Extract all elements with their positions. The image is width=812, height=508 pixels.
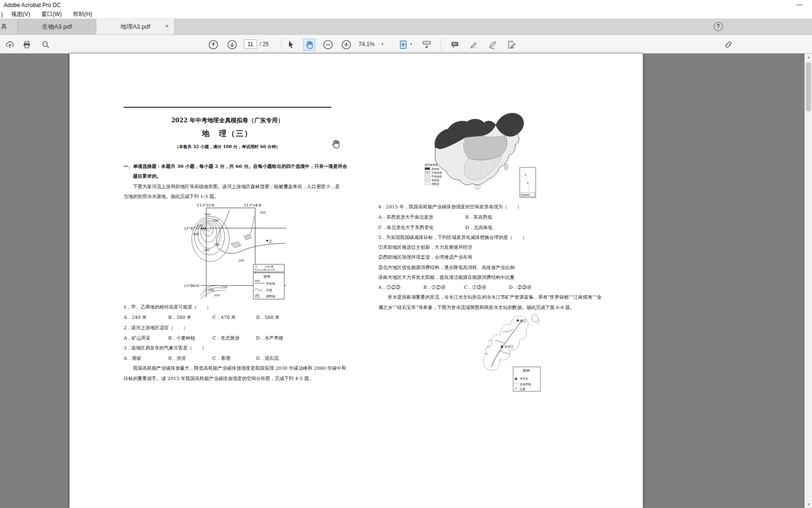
question-5: 5．为实现我国碳减排目标，下列区域差异化减排措施合理的是（ ）	[378, 234, 527, 241]
cloud-upload-icon	[5, 40, 15, 49]
q1-option-b: B．380 米	[168, 314, 192, 321]
comment-bubble-icon	[450, 40, 460, 49]
edit-pdf-button[interactable]	[505, 39, 517, 51]
zoom-level-value[interactable]: 74.1%	[359, 41, 375, 48]
china-legend-title: 碳排放强度	[424, 163, 438, 167]
station-taojiang-label: 桃江	[520, 319, 527, 323]
highlighter-icon	[469, 40, 478, 49]
select-tool-button[interactable]	[285, 39, 297, 51]
hide-toolbar-button[interactable]	[421, 39, 433, 51]
q4-option-d: D．北高南低	[465, 224, 492, 231]
inset-label: 南海诸岛	[522, 194, 530, 196]
legend-contour-label: 等高线	[266, 282, 275, 286]
fill-sign-button[interactable]	[486, 39, 499, 51]
link-icon	[724, 40, 733, 49]
contour-label: 350	[214, 294, 219, 297]
china-legend-item: 低强度	[431, 179, 439, 182]
exam-title: 2022 年中考地理全真模拟卷（广东专用）	[124, 117, 331, 125]
zishui-map-figure: 桃江 冷水江 图例 水文站 流域界线 山脉	[473, 311, 542, 396]
china-legend-item: 高强度	[431, 167, 439, 171]
tab-label: 地理A3.pdf	[120, 23, 150, 31]
zoom-in-button[interactable]	[340, 39, 352, 51]
section-heading-line1: 一、单项选择题：本题共 30 小题，每小题 2 分，共 60 分。在每小题给出的…	[124, 163, 347, 170]
contour-label: 550	[204, 213, 210, 216]
menu-view[interactable]: 视图(V)	[6, 10, 36, 18]
scroll-down-icon[interactable]: ▼	[805, 502, 812, 507]
lat-bottom-label: 23°46'N	[184, 284, 200, 288]
collapse-toolbar-icon	[422, 40, 432, 50]
legend-contour-value: 400	[255, 279, 260, 282]
sign-pen-icon	[488, 40, 497, 49]
question-2: 2．该河上游地区适宜（ ）	[124, 325, 187, 331]
edit-document-icon	[507, 40, 516, 49]
point-jia-label: 甲	[203, 227, 207, 231]
q2-option-c: C．生态旅游	[212, 335, 240, 341]
close-icon[interactable]: ×	[165, 23, 169, 30]
next-page-button[interactable]	[226, 39, 238, 51]
menu-help[interactable]: 帮助(H)	[67, 10, 98, 18]
toolbar-divider	[441, 38, 441, 50]
contour-map-figure: 113°53'E 113°54'E 23°47'N 23°46'N 550 50…	[184, 202, 286, 302]
document-viewport[interactable]: 2022 年中考地理全真模拟卷（广东专用） 地 理（三） （本卷共 32 小题，…	[0, 54, 812, 508]
tab-geography-pdf[interactable]: 地理A3.pdf ×	[96, 19, 175, 34]
window-title: Adobe Acrobat Pro DC	[4, 2, 61, 8]
toolbar-divider	[281, 38, 281, 50]
scroll-up-icon[interactable]: ▲	[805, 55, 812, 59]
menu-bar: ) 视图(V) 窗口(W) 帮助(H)	[0, 10, 812, 19]
vertical-scrollbar[interactable]: ▲ ▼	[804, 54, 812, 508]
hand-tool-icon	[304, 40, 314, 49]
fit-dropdown-caret[interactable]: ▾	[410, 42, 412, 46]
contour-label: 200	[260, 211, 265, 214]
q5-option-b: B．①②④	[423, 284, 445, 291]
print-button[interactable]	[21, 39, 33, 51]
q1-option-d: D．560 米	[256, 314, 280, 321]
help-icon[interactable]: ?	[714, 22, 723, 31]
zishui-legend-mountain: 山脉	[520, 387, 525, 391]
passage-line2: 目标的重要抓手。读 2015 年我国高耗能产业碳排放强度的空间分布图，完成下列 …	[124, 375, 313, 382]
zoom-dropdown-caret[interactable]: ▾	[382, 42, 383, 46]
page-number-input[interactable]	[244, 40, 257, 49]
contour-label: 300	[203, 248, 209, 252]
zishui-legend-boundary: 流域界线	[520, 382, 531, 386]
search-button[interactable]	[39, 39, 52, 51]
q3-option-b: B．洪涝	[168, 355, 186, 362]
tab-label: 生物A3.pdf	[42, 23, 72, 31]
q4-option-b: B．东高西低	[465, 214, 492, 221]
tab-biology-pdf[interactable]: 生物A3.pdf	[18, 19, 96, 34]
q4-option-a: A．东西差异大于南北差异	[378, 214, 433, 221]
q5-option-d: D．②③④	[509, 284, 531, 291]
intro-line2: 当地的饮用水水源地。据此完成下列 1-3 题。	[124, 193, 219, 200]
comment-button[interactable]	[449, 39, 461, 51]
map-legend-title: 图例	[264, 275, 270, 278]
q1-option-c: C．470 米	[212, 314, 236, 321]
section-heading-line2: 题目要求的。	[133, 173, 161, 180]
highlight-button[interactable]	[468, 39, 480, 51]
minimize-button[interactable]: —	[796, 1, 803, 8]
q1-option-a: A．240 米	[124, 314, 147, 321]
share-link-button[interactable]	[722, 39, 734, 51]
menu-window[interactable]: 窗口(W)	[36, 10, 67, 18]
zishui-legend-title: 图例	[523, 369, 530, 373]
plus-circle-icon	[341, 40, 351, 50]
fit-page-icon	[398, 40, 408, 49]
q2-option-a: A．矿山开采	[124, 335, 150, 341]
tab-bar: 具 生物A3.pdf 地理A3.pdf × ?	[0, 19, 812, 35]
scale-zero: 0	[255, 265, 257, 268]
page-count-label: / 25	[259, 41, 269, 48]
lon-left-label: 113°53'E	[197, 203, 215, 207]
fit-page-button[interactable]	[397, 39, 409, 51]
zoom-out-button[interactable]	[322, 39, 334, 51]
menu-fragment: )	[0, 11, 6, 18]
tools-panel-fragment[interactable]: 具	[0, 19, 18, 34]
station-lengshuijiang-label: 冷水江	[504, 345, 514, 349]
scrollbar-thumb[interactable]	[806, 62, 811, 111]
contour-label: 250	[221, 286, 227, 289]
point-yi-label: 乙	[269, 239, 273, 244]
contour-label: 500	[213, 219, 219, 222]
hand-tool-button[interactable]	[303, 39, 315, 51]
contour-label: 400	[193, 232, 199, 236]
passage-line1: 我国高耗能产业碳排放量大，降低高耗能产业碳排放强度是我国实现 2030 年碳达峰…	[133, 365, 346, 372]
previous-page-button[interactable]	[207, 39, 219, 51]
share-cloud-button[interactable]	[4, 39, 16, 51]
legend-river-label: 河流	[266, 288, 273, 292]
